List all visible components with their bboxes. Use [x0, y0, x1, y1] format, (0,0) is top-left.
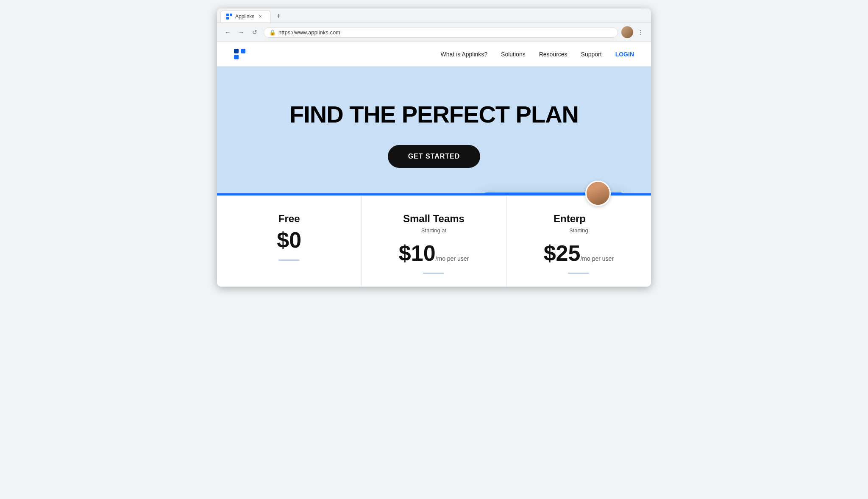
tab-close-button[interactable]: × — [257, 13, 264, 20]
tab-title: Applinks — [235, 14, 254, 20]
site-nav: What is Applinks? Solutions Resources Su… — [441, 51, 634, 58]
chat-avatar-bubble — [585, 181, 611, 206]
tab-bar: Applinks × + — [217, 8, 651, 23]
plan-name-small-teams: Small Teams — [374, 213, 493, 225]
browser-controls: ← → ↺ — [222, 27, 260, 38]
site-header: What is Applinks? Solutions Resources Su… — [217, 42, 651, 67]
hero-section: FIND THE PERFECT PLAN GET STARTED — [217, 67, 651, 193]
logo-dot-3 — [234, 55, 239, 59]
site-logo — [234, 49, 246, 59]
logo-dot-2 — [241, 49, 245, 53]
plan-subtitle-enterprise: Starting — [519, 227, 638, 234]
address-bar[interactable]: 🔒 https://www.applinks.com — [264, 27, 618, 38]
browser-tab[interactable]: Applinks × — [220, 10, 271, 22]
logo-dot-1 — [234, 49, 239, 53]
plan-name-enterprise: Enterprise — [519, 213, 638, 225]
pricing-col-free: Free $0 — [217, 196, 362, 287]
browser-toolbar: ← → ↺ 🔒 https://www.applinks.com ⋮ — [217, 23, 651, 42]
nav-login-button[interactable]: LOGIN — [615, 51, 634, 58]
plan-unit-small-teams: /mo per user — [436, 255, 469, 262]
plan-price-free: $0 — [277, 228, 301, 252]
logo-grid — [234, 49, 246, 59]
website-content: What is Applinks? Solutions Resources Su… — [217, 42, 651, 287]
get-started-button[interactable]: GET STARTED — [388, 145, 481, 168]
logo-dot-4 — [241, 55, 245, 59]
nav-link-what[interactable]: What is Applinks? — [441, 51, 488, 58]
plan-subtitle-small-teams: Starting at — [374, 227, 493, 234]
reload-button[interactable]: ↺ — [249, 27, 260, 38]
plan-divider-free — [278, 259, 300, 261]
pricing-grid: Free $0 Small Teams Starting at $10/mo p… — [217, 195, 651, 287]
browser-actions: ⋮ — [621, 26, 646, 38]
plan-price-small-teams: $10 — [399, 241, 436, 265]
profile-icon[interactable] — [621, 26, 633, 38]
plan-divider-enterprise — [568, 273, 589, 274]
lock-icon: 🔒 — [269, 29, 276, 36]
plan-divider-small-teams — [423, 273, 444, 274]
plan-price-enterprise: $25 — [544, 241, 581, 265]
browser-window: Applinks × + ← → ↺ 🔒 https://www.applink… — [217, 8, 651, 287]
back-button[interactable]: ← — [222, 27, 233, 38]
pricing-col-small-teams: Small Teams Starting at $10/mo per user — [362, 196, 506, 287]
nav-link-solutions[interactable]: Solutions — [501, 51, 526, 58]
plan-name-free: Free — [230, 213, 348, 225]
url-display: https://www.applinks.com — [278, 29, 340, 36]
tab-favicon — [226, 13, 233, 20]
nav-link-support[interactable]: Support — [581, 51, 602, 58]
more-options-button[interactable]: ⋮ — [635, 27, 646, 38]
nav-link-resources[interactable]: Resources — [539, 51, 568, 58]
forward-button[interactable]: → — [236, 27, 247, 38]
hero-title: FIND THE PERFECT PLAN — [234, 100, 634, 128]
pricing-section: Free $0 Small Teams Starting at $10/mo p… — [217, 193, 651, 287]
page-wrapper: Applinks × + ← → ↺ 🔒 https://www.applink… — [0, 0, 868, 499]
pricing-col-enterprise: Enterprise Starting $25/mo per user — [506, 196, 651, 287]
new-tab-button[interactable]: + — [273, 11, 284, 22]
plan-unit-enterprise: /mo per user — [580, 255, 614, 262]
